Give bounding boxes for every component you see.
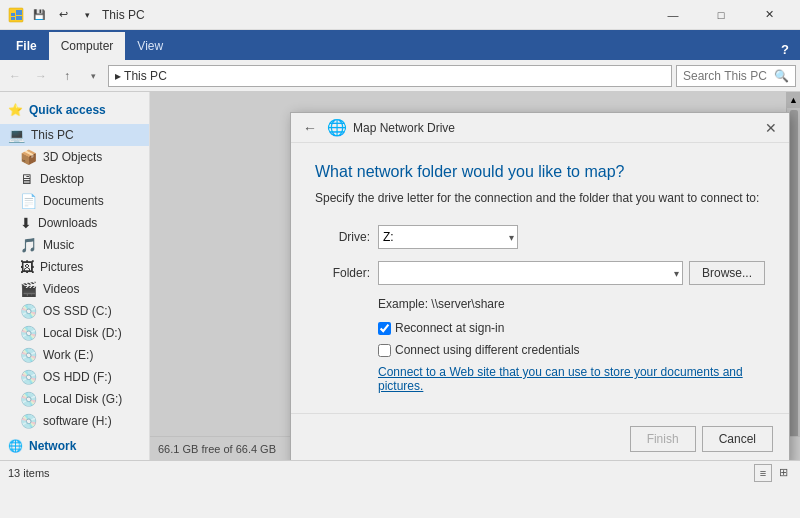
reconnect-checkbox[interactable]	[378, 322, 391, 335]
sidebar-item-network[interactable]: 🌐 Network	[0, 432, 149, 460]
up-button[interactable]: ↑	[56, 65, 78, 87]
dialog-overlay: ← 🌐 Map Network Drive ✕ What network fol…	[150, 92, 800, 460]
dialog-body: What network folder would you like to ma…	[291, 143, 789, 413]
sidebar-item-os-ssd[interactable]: 💿 OS SSD (C:)	[0, 300, 149, 322]
ribbon: File Computer View ?	[0, 30, 800, 60]
3d-objects-icon: 📦	[20, 149, 37, 165]
sidebar-item-pictures[interactable]: 🖼 Pictures	[0, 256, 149, 278]
sidebar-item-this-pc[interactable]: 💻 This PC	[0, 124, 149, 146]
work-e-icon: 💿	[20, 347, 37, 363]
help-button[interactable]: ?	[774, 38, 796, 60]
svg-rect-4	[11, 17, 15, 20]
quick-access-icon: ⭐	[8, 103, 23, 117]
svg-rect-1	[11, 13, 15, 16]
window-close-button[interactable]: ✕	[746, 0, 792, 30]
dialog-heading: What network folder would you like to ma…	[315, 163, 765, 181]
search-input[interactable]	[683, 69, 774, 83]
forward-button[interactable]: →	[30, 65, 52, 87]
browse-button[interactable]: Browse...	[689, 261, 765, 285]
desktop-label: Desktop	[40, 172, 84, 186]
sidebar-item-downloads[interactable]: ⬇ Downloads	[0, 212, 149, 234]
documents-label: Documents	[43, 194, 104, 208]
maximize-button[interactable]: □	[698, 0, 744, 30]
details-view-button[interactable]: ≡	[754, 464, 772, 482]
reconnect-label[interactable]: Reconnect at sign-in	[395, 321, 504, 335]
address-path[interactable]: ▸ This PC	[108, 65, 672, 87]
dialog-titlebar: ← 🌐 Map Network Drive ✕	[291, 113, 789, 143]
title-bar-text: This PC	[102, 8, 650, 22]
os-hdd-f-label: OS HDD (F:)	[43, 370, 112, 384]
music-icon: 🎵	[20, 237, 37, 253]
qat-save[interactable]: 💾	[28, 5, 50, 25]
local-disk-d-icon: 💿	[20, 325, 37, 341]
minimize-button[interactable]: —	[650, 0, 696, 30]
svg-rect-3	[16, 16, 22, 20]
folder-select[interactable]	[378, 261, 683, 285]
drive-select[interactable]: Z: Y: X:	[378, 225, 518, 249]
credentials-label[interactable]: Connect using different credentials	[395, 343, 580, 357]
search-box[interactable]: 🔍	[676, 65, 796, 87]
os-ssd-label: OS SSD (C:)	[43, 304, 112, 318]
sidebar: ⭐ Quick access 💻 This PC 📦 3D Objects 🖥 …	[0, 92, 150, 460]
folder-select-wrap: ▾	[378, 261, 683, 285]
search-icon: 🔍	[774, 69, 789, 83]
sidebar-item-documents[interactable]: 📄 Documents	[0, 190, 149, 212]
pictures-icon: 🖼	[20, 259, 34, 275]
pictures-label: Pictures	[40, 260, 83, 274]
sidebar-item-software-h[interactable]: 💿 software (H:)	[0, 410, 149, 432]
software-h-label: software (H:)	[43, 414, 112, 428]
music-label: Music	[43, 238, 74, 252]
dialog-title-text: Map Network Drive	[353, 121, 455, 135]
work-e-label: Work (E:)	[43, 348, 93, 362]
credentials-row: Connect using different credentials	[378, 343, 765, 357]
dialog-back-button[interactable]: ←	[299, 120, 321, 136]
this-pc-icon: 💻	[8, 127, 25, 143]
back-button[interactable]: ←	[4, 65, 26, 87]
dialog-close-button[interactable]: ✕	[761, 118, 781, 138]
title-bar-controls: — □ ✕	[650, 0, 792, 30]
videos-label: Videos	[43, 282, 79, 296]
quick-access-label: Quick access	[29, 103, 106, 117]
3d-objects-label: 3D Objects	[43, 150, 102, 164]
videos-icon: 🎬	[20, 281, 37, 297]
sidebar-item-os-hdd-f[interactable]: 💿 OS HDD (F:)	[0, 366, 149, 388]
sidebar-item-videos[interactable]: 🎬 Videos	[0, 278, 149, 300]
sidebar-item-work-e[interactable]: 💿 Work (E:)	[0, 344, 149, 366]
sidebar-item-3d-objects[interactable]: 📦 3D Objects	[0, 146, 149, 168]
dialog-subtext: Specify the drive letter for the connect…	[315, 191, 765, 205]
network-label: Network	[29, 439, 76, 453]
qat-undo[interactable]: ↩	[52, 5, 74, 25]
dialog-title-left: ← 🌐 Map Network Drive	[299, 118, 455, 137]
local-disk-g-icon: 💿	[20, 391, 37, 407]
this-pc-label: This PC	[31, 128, 74, 142]
tab-computer[interactable]: Computer	[49, 32, 126, 60]
drive-label: Drive:	[315, 230, 370, 244]
cancel-button[interactable]: Cancel	[702, 426, 773, 452]
qat-custom[interactable]: ▾	[76, 5, 98, 25]
sidebar-item-desktop[interactable]: 🖥 Desktop	[0, 168, 149, 190]
status-bar: 13 items ≡ ⊞	[0, 460, 800, 484]
sidebar-item-local-disk-g[interactable]: 💿 Local Disk (G:)	[0, 388, 149, 410]
sidebar-item-local-disk-d[interactable]: 💿 Local Disk (D:)	[0, 322, 149, 344]
svg-rect-2	[16, 10, 22, 15]
tiles-view-button[interactable]: ⊞	[774, 464, 792, 482]
drive-select-wrap: Z: Y: X: ▾	[378, 225, 518, 249]
map-network-drive-dialog: ← 🌐 Map Network Drive ✕ What network fol…	[290, 112, 790, 460]
main-area: ⭐ Quick access 💻 This PC 📦 3D Objects 🖥 …	[0, 92, 800, 460]
sidebar-item-quick-access[interactable]: ⭐ Quick access	[0, 96, 149, 124]
downloads-label: Downloads	[38, 216, 97, 230]
os-ssd-icon: 💿	[20, 303, 37, 319]
finish-button: Finish	[630, 426, 696, 452]
documents-icon: 📄	[20, 193, 37, 209]
tab-view[interactable]: View	[125, 32, 175, 60]
sidebar-item-music[interactable]: 🎵 Music	[0, 234, 149, 256]
recent-button[interactable]: ▾	[82, 65, 104, 87]
downloads-icon: ⬇	[20, 215, 32, 231]
web-link-row: Connect to a Web site that you can use t…	[378, 365, 765, 393]
drive-row: Drive: Z: Y: X: ▾	[315, 225, 765, 249]
item-count: 13 items	[8, 467, 50, 479]
credentials-checkbox[interactable]	[378, 344, 391, 357]
web-link[interactable]: Connect to a Web site that you can use t…	[378, 365, 743, 393]
tab-file[interactable]: File	[4, 32, 49, 60]
local-disk-d-label: Local Disk (D:)	[43, 326, 122, 340]
